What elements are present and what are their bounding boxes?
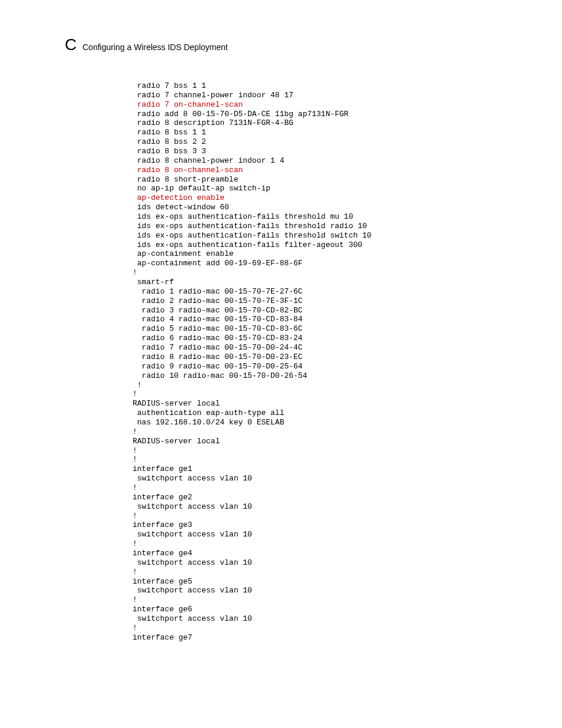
config-line: radio 1 radio-mac 00-15-70-7E-27-6C [133,287,303,296]
config-line: ids ex-ops authentication-fails filter-a… [133,241,362,249]
config-line: radio add 8 00-15-70-D5-DA-CE 11bg ap713… [133,110,349,118]
config-line: ids detect-window 60 [133,203,229,212]
config-line: radio 8 description 7131N-FGR-4-BG [133,118,293,127]
config-line: switchport access vlan 10 [133,530,252,539]
config-line: ! [133,446,137,455]
config-line: radio 8 short-preamble [133,175,238,184]
config-line: ! [133,595,137,604]
config-line: radio 7 channel-power indoor 48 17 [133,91,293,100]
config-line: radio 5 radio-mac 00-15-70-CD-83-6C [133,324,303,333]
config-line: ids ex-ops authentication-fails threshol… [133,212,353,221]
config-line: ids ex-ops authentication-fails threshol… [133,222,367,230]
config-line: radio 7 radio-mac 00-15-70-D0-24-4C [133,343,303,352]
config-line: interface ge4 [133,549,192,558]
config-line: radio 3 radio-mac 00-15-70-CD-82-BC [133,306,303,315]
config-line: ! [133,568,137,577]
page-title: Configuring a Wireless IDS Deployment [82,42,228,52]
config-line: ! [133,427,137,436]
config-line: interface ge7 [133,633,192,642]
config-line: radio 7 bss 1 1 [133,81,206,90]
config-line: RADIUS-server local [133,399,220,408]
config-line: radio 8 bss 3 3 [133,147,206,156]
config-line: ! [133,624,137,633]
appendix-label: C [65,35,77,54]
config-line: switchport access vlan 10 [133,586,252,595]
config-line: ids ex-ops authentication-fails threshol… [133,231,372,240]
config-line: ! [133,381,142,390]
config-line: radio 6 radio-mac 00-15-70-CD-83-24 [133,334,303,342]
config-line: authentication eap-auth-type all [133,409,284,417]
config-line: ap-containment add 00-19-69-EF-88-6F [133,259,303,268]
config-line: RADIUS-server local [133,437,220,446]
config-line: switchport access vlan 10 [133,502,252,511]
config-line: smart-rf [133,278,174,286]
config-line: ! [133,455,137,464]
config-line: no ap-ip default-ap switch-ip [133,184,270,193]
config-line: switchport access vlan 10 [133,474,252,483]
config-line: radio 4 radio-mac 00-15-70-CD-83-84 [133,315,303,324]
config-line: radio 8 radio-mac 00-15-70-D0-23-EC [133,353,303,361]
config-line: interface ge5 [133,577,192,586]
config-line: interface ge6 [133,605,192,614]
config-block: radio 7 bss 1 1 radio 7 channel-power in… [133,81,372,643]
config-line: radio 7 on-channel-scan [133,100,243,109]
config-line: interface ge2 [133,493,192,502]
config-line: ap-containment enable [133,249,234,258]
config-line: radio 8 channel-power indoor 1 4 [133,156,284,165]
config-line: radio 8 on-channel-scan [133,166,243,174]
config-line: ! [133,539,137,548]
config-line: interface ge1 [133,465,192,473]
config-line: radio 9 radio-mac 00-15-70-D0-25-64 [133,362,303,371]
config-line: interface ge3 [133,521,192,529]
config-line: ! [133,390,137,398]
config-line: radio 10 radio-mac 00-15-70-D0-26-54 [133,371,307,380]
config-line: switchport access vlan 10 [133,614,252,623]
config-line: radio 8 bss 1 1 [133,128,206,137]
config-line: nas 192.168.10.0/24 key 0 ESELAB [133,418,284,427]
config-line: ! [133,268,137,277]
config-line: switchport access vlan 10 [133,558,252,567]
config-line: radio 2 radio-mac 00-15-70-7E-3F-1C [133,297,303,305]
config-line: radio 8 bss 2 2 [133,137,206,146]
config-line: ! [133,483,137,492]
config-line: ap-detection enable [133,193,224,202]
config-line: ! [133,512,137,521]
